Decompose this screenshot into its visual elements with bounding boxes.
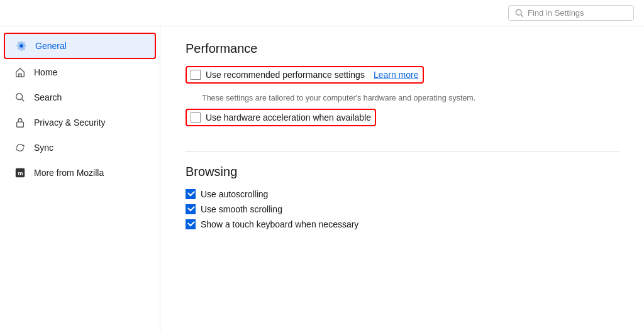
autoscrolling-row: Use autoscrolling bbox=[186, 189, 619, 199]
section-divider bbox=[186, 151, 619, 152]
svg-line-1 bbox=[521, 14, 523, 17]
svg-rect-4 bbox=[17, 122, 24, 127]
sidebar-item-more-from-mozilla[interactable]: m More from Mozilla bbox=[4, 161, 156, 185]
browsing-title: Browsing bbox=[186, 165, 619, 179]
sidebar: General Home Search bbox=[0, 26, 160, 333]
sidebar-home-label: Home bbox=[34, 67, 57, 77]
top-bar: Find in Settings bbox=[0, 0, 644, 26]
lock-icon bbox=[14, 116, 26, 129]
recommended-settings-description: These settings are tailored to your comp… bbox=[202, 94, 619, 102]
performance-section: Performance Use recommended performance … bbox=[186, 41, 619, 136]
touch-keyboard-label: Show a touch keyboard when necessary bbox=[201, 219, 358, 229]
recommended-settings-checkbox[interactable] bbox=[191, 70, 201, 80]
learn-more-link[interactable]: Learn more bbox=[374, 70, 419, 80]
recommended-settings-row: Use recommended performance settings Lea… bbox=[186, 66, 424, 84]
hardware-acceleration-label: Use hardware acceleration when available bbox=[206, 112, 371, 123]
gear-icon bbox=[15, 40, 28, 52]
svg-line-3 bbox=[22, 99, 25, 102]
performance-title: Performance bbox=[186, 41, 619, 56]
autoscrolling-checkbox[interactable] bbox=[186, 189, 196, 199]
smooth-scrolling-checkbox[interactable] bbox=[186, 204, 196, 214]
sidebar-mozilla-label: More from Mozilla bbox=[34, 168, 104, 178]
sidebar-general-label: General bbox=[35, 41, 67, 51]
sidebar-item-home[interactable]: Home bbox=[4, 60, 156, 84]
smooth-scrolling-row: Use smooth scrolling bbox=[186, 204, 619, 214]
svg-point-2 bbox=[16, 94, 23, 100]
sidebar-privacy-label: Privacy & Security bbox=[34, 117, 106, 128]
smooth-scrolling-label: Use smooth scrolling bbox=[201, 204, 282, 214]
mozilla-icon: m bbox=[14, 166, 26, 179]
find-in-settings-box[interactable]: Find in Settings bbox=[508, 5, 634, 21]
svg-text:m: m bbox=[18, 170, 23, 177]
sync-icon bbox=[14, 141, 26, 154]
touch-keyboard-checkbox[interactable] bbox=[186, 219, 196, 229]
sidebar-item-general[interactable]: General bbox=[4, 33, 156, 59]
sidebar-search-label: Search bbox=[34, 92, 62, 102]
sidebar-item-sync[interactable]: Sync bbox=[4, 136, 156, 160]
sidebar-sync-label: Sync bbox=[34, 143, 53, 153]
sidebar-item-search[interactable]: Search bbox=[4, 85, 156, 109]
find-in-settings-placeholder: Find in Settings bbox=[528, 8, 584, 18]
browsing-section: Browsing Use autoscrolling Use smooth sc… bbox=[186, 165, 619, 229]
content-area: Performance Use recommended performance … bbox=[160, 26, 644, 333]
hardware-acceleration-checkbox[interactable] bbox=[191, 112, 201, 123]
svg-point-0 bbox=[516, 9, 521, 15]
autoscrolling-label: Use autoscrolling bbox=[201, 189, 268, 199]
recommended-settings-label: Use recommended performance settings bbox=[206, 70, 365, 80]
search-nav-icon bbox=[14, 91, 26, 104]
search-icon bbox=[515, 9, 524, 18]
touch-keyboard-row: Show a touch keyboard when necessary bbox=[186, 219, 619, 229]
sidebar-item-privacy-security[interactable]: Privacy & Security bbox=[4, 111, 156, 134]
home-icon bbox=[14, 66, 26, 79]
main-layout: General Home Search bbox=[0, 26, 644, 333]
hardware-acceleration-row: Use hardware acceleration when available bbox=[186, 109, 376, 126]
